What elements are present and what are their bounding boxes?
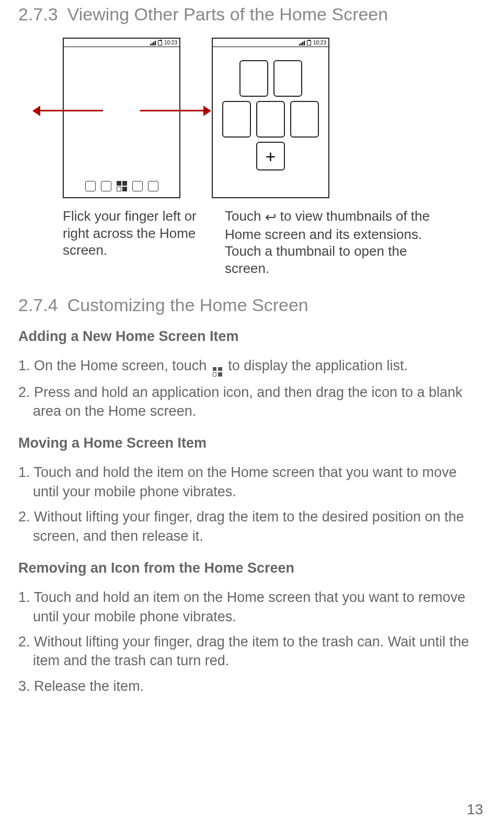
adding-step-2: 2. Press and hold an application icon, a…	[18, 383, 486, 421]
moving-block: Moving a Home Screen Item 1. Touch and h…	[18, 435, 486, 545]
removing-block: Removing an Icon from the Home Screen 1.…	[18, 560, 486, 696]
caption-thumbnails: Touch ↩ to view thumbnails of the Home s…	[225, 208, 434, 277]
removing-heading: Removing an Icon from the Home Screen	[18, 560, 486, 576]
apps-grid-icon	[117, 181, 127, 191]
removing-step-2: 2. Without lifting your finger, drag the…	[18, 632, 486, 670]
dock-slot	[148, 181, 158, 191]
add-screen-thumbnail: +	[256, 142, 285, 170]
back-icon: ↩	[265, 209, 277, 226]
swipe-line-right	[140, 110, 205, 111]
caption-text-pre: Touch	[225, 208, 265, 224]
phone-thumbnails-figure: 10:23 +	[212, 38, 329, 198]
phone-body-empty	[64, 47, 179, 175]
thumb-row	[222, 101, 319, 138]
moving-step-2: 2. Without lifting your finger, drag the…	[18, 507, 486, 545]
adding-heading: Adding a New Home Screen Item	[18, 328, 486, 345]
step-text-pre: 1. On the Home screen, touch	[18, 358, 211, 373]
moving-heading: Moving a Home Screen Item	[18, 435, 486, 451]
adding-step-1: 1. On the Home screen, touch to display …	[18, 356, 486, 377]
dock	[64, 175, 179, 197]
section-title: Viewing Other Parts of the Home Screen	[67, 4, 388, 24]
apps-grid-icon	[213, 367, 222, 377]
phone-mockup-1: 10:23	[63, 38, 180, 198]
screen-thumbnail	[222, 101, 251, 138]
captions-row: Flick your finger left or right across t…	[63, 208, 486, 277]
removing-step-3: 3. Release the item.	[18, 677, 486, 696]
arrow-right-icon	[203, 106, 211, 116]
signal-icon	[150, 40, 156, 45]
section-2-7-3-heading: 2.7.3Viewing Other Parts of the Home Scr…	[18, 4, 486, 25]
screen-thumbnail	[273, 60, 302, 97]
dock-slot	[101, 181, 111, 191]
adding-block: Adding a New Home Screen Item 1. On the …	[18, 328, 486, 420]
status-time: 10:23	[313, 40, 326, 45]
section-number: 2.7.4	[18, 295, 58, 315]
status-bar: 10:23	[64, 39, 179, 47]
battery-icon	[158, 40, 162, 45]
status-bar: 10:23	[213, 39, 328, 47]
phone-swipe-figure: 10:23	[63, 38, 180, 198]
screen-thumbnail	[239, 60, 268, 97]
phone-body-thumbnails: +	[213, 47, 328, 197]
thumb-row: +	[256, 142, 285, 170]
phone-mockup-2: 10:23 +	[212, 38, 329, 198]
signal-icon	[299, 40, 305, 45]
status-time: 10:23	[164, 40, 177, 45]
page-number: 13	[467, 801, 483, 818]
thumb-row	[239, 60, 302, 97]
section-number: 2.7.3	[18, 4, 58, 24]
screen-thumbnail	[290, 101, 319, 138]
moving-step-1: 1. Touch and hold the item on the Home s…	[18, 463, 486, 501]
step-text-post: to display the application list.	[224, 358, 408, 373]
swipe-line-left	[38, 110, 103, 111]
dock-slot	[132, 181, 143, 191]
battery-icon	[307, 40, 311, 45]
screen-thumbnail	[256, 101, 285, 138]
caption-swipe: Flick your finger left or right across t…	[63, 208, 214, 277]
section-title: Customizing the Home Screen	[67, 295, 308, 315]
figure-row: 10:23 10:23	[63, 38, 486, 198]
dock-slot	[85, 181, 96, 191]
removing-step-1: 1. Touch and hold an item on the Home sc…	[18, 588, 486, 626]
section-2-7-4-heading: 2.7.4Customizing the Home Screen	[18, 295, 486, 315]
